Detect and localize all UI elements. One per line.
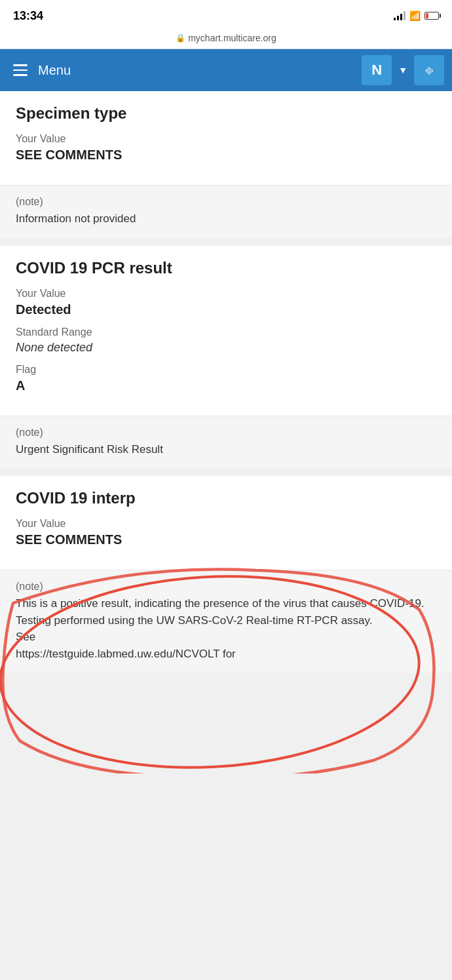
- covid-pcr-standard-range-label: Standard Range: [16, 326, 436, 338]
- signal-icon: [394, 11, 405, 20]
- covid-interp-body: COVID 19 interp Your Value SEE COMMENTS: [0, 476, 452, 570]
- covid-interp-note-text: This is a positive result, indicating th…: [16, 595, 436, 662]
- covid-pcr-title: COVID 19 PCR result: [16, 259, 436, 277]
- lock-icon: 🔒: [176, 33, 185, 43]
- status-time: 13:34: [13, 9, 43, 23]
- covid-pcr-your-value-label: Your Value: [16, 288, 436, 300]
- covid-interp-your-value: SEE COMMENTS: [16, 532, 436, 547]
- covid-pcr-note: (note) Urgent Significant Risk Result: [0, 416, 452, 469]
- covid-pcr-your-value: Detected: [16, 302, 436, 317]
- covid-pcr-card: COVID 19 PCR result Your Value Detected …: [0, 246, 452, 469]
- covid-interp-card: COVID 19 interp Your Value SEE COMMENTS …: [0, 476, 452, 673]
- battery-icon: [424, 12, 439, 20]
- covid-interp-your-value-label: Your Value: [16, 518, 436, 530]
- wifi-icon: 📶: [409, 10, 421, 21]
- content-area: Specimen type Your Value SEE COMMENTS (n…: [0, 91, 452, 673]
- menu-button[interactable]: [8, 59, 33, 81]
- covid-interp-note: (note) This is a positive result, indica…: [0, 570, 452, 673]
- specimen-type-body: Specimen type Your Value SEE COMMENTS: [0, 91, 452, 185]
- address-bar: 🔒 mychart.multicare.org: [0, 29, 452, 49]
- nav-bar: Menu N ▼ ⎆: [0, 49, 452, 91]
- specimen-your-value-label: Your Value: [16, 133, 436, 145]
- covid-interp-note-label: (note): [16, 581, 436, 593]
- user-avatar[interactable]: N: [362, 55, 392, 85]
- specimen-type-card: Specimen type Your Value SEE COMMENTS (n…: [0, 91, 452, 238]
- dropdown-arrow-icon[interactable]: ▼: [396, 62, 410, 78]
- url-text: mychart.multicare.org: [188, 33, 276, 43]
- covid-pcr-note-label: (note): [16, 427, 436, 439]
- specimen-note: (note) Information not provided: [0, 185, 452, 238]
- covid-pcr-standard-range: None detected: [16, 341, 436, 355]
- status-bar: 13:34 📶: [0, 0, 452, 29]
- logout-icon: ⎆: [425, 63, 433, 78]
- status-icons: 📶: [394, 10, 439, 21]
- specimen-note-text: Information not provided: [16, 210, 436, 227]
- specimen-type-title: Specimen type: [16, 104, 436, 123]
- menu-label: Menu: [38, 63, 362, 78]
- specimen-your-value: SEE COMMENTS: [16, 147, 436, 163]
- logout-button[interactable]: ⎆: [414, 55, 444, 85]
- specimen-note-label: (note): [16, 196, 436, 208]
- nav-right: N ▼ ⎆: [362, 55, 444, 85]
- covid-pcr-body: COVID 19 PCR result Your Value Detected …: [0, 246, 452, 416]
- covid-interp-title: COVID 19 interp: [16, 489, 436, 507]
- covid-pcr-note-text: Urgent Significant Risk Result: [16, 441, 436, 458]
- covid-pcr-flag-label: Flag: [16, 364, 436, 376]
- covid-pcr-flag-value: A: [16, 378, 436, 393]
